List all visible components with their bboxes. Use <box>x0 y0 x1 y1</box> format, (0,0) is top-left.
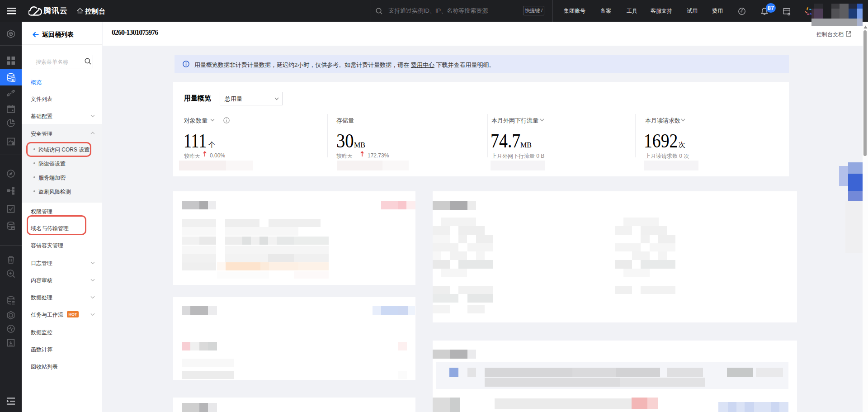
svg-text:B: B <box>12 78 14 82</box>
